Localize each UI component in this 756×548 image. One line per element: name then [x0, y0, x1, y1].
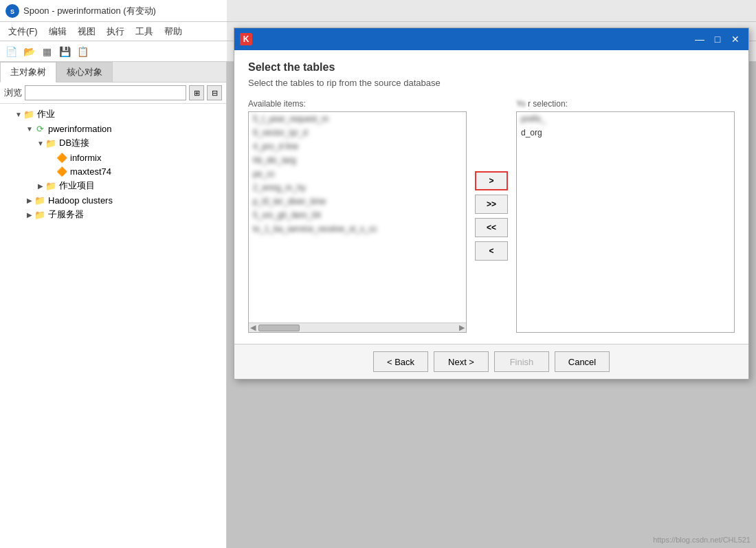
tree-item-pwerinformation[interactable]: ▼ ⟳ pwerinformation — [0, 122, 226, 135]
list-item[interactable]: to_1_ba_service_receive_st_s_cc — [249, 222, 466, 236]
tree-item-job[interactable]: ▼ 📁 作业 — [0, 107, 226, 122]
list-item[interactable]: 5_xm_gh_item_04 — [249, 208, 466, 222]
tree-item-subserver[interactable]: ▶ 📁 子服务器 — [0, 207, 226, 222]
dialog-controls: — □ ✕ — [692, 32, 743, 47]
scroll-thumb[interactable] — [258, 325, 300, 331]
toolbar-new[interactable]: 📄 — [3, 43, 19, 60]
folder-icon-job-project: 📁 — [45, 180, 56, 191]
tree-label-pwerinformation: pwerinformation — [48, 124, 112, 134]
list-item[interactable]: 2_emrg_m_hy — [249, 181, 466, 195]
menu-view[interactable]: 视图 — [72, 23, 101, 41]
toggle-job: ▼ — [14, 109, 23, 119]
app-title: Spoon - pwerinformation (有变动) — [23, 5, 156, 17]
list-item[interactable]: pe_cc — [249, 167, 466, 181]
selected-items-panel[interactable]: prefix_ d_org — [516, 111, 735, 333]
tab-core-obj[interactable]: 核心对象 — [56, 62, 113, 82]
table-icon-informix: 🔶 — [56, 152, 67, 163]
menu-run[interactable]: 执行 — [101, 23, 130, 41]
dialog-titlebar: K — □ ✕ — [234, 28, 748, 50]
menu-file[interactable]: 文件(F) — [3, 23, 43, 41]
tree-item-maxtest74[interactable]: 🔶 maxtest74 — [0, 164, 226, 178]
tree-label-subserver: 子服务器 — [48, 208, 84, 221]
tab-main-tree[interactable]: 主对象树 — [0, 62, 56, 83]
toolbar-save[interactable]: 💾 — [56, 43, 73, 60]
tree-item-dbconn[interactable]: ▼ 📁 DB连接 — [0, 135, 226, 151]
list-item-selected-prefix: prefix_ — [517, 112, 734, 126]
remove-all-btn[interactable]: << — [475, 218, 508, 237]
dialog-footer: < Back Next > Finish Cancel — [234, 344, 748, 379]
dialog-heading: Select the tables — [248, 61, 735, 74]
toolbar-copy[interactable]: 📋 — [74, 43, 91, 60]
sidebar-tabs: 主对象树 核心对象 — [0, 62, 226, 83]
remove-one-btn[interactable]: < — [475, 241, 508, 261]
sidebar: 主对象树 核心对象 浏览 ⊞ ⊟ ▼ 📁 作业 — [0, 62, 227, 548]
list-item[interactable]: 9_vector_tyr_d — [249, 126, 466, 140]
app-icon: S — [5, 4, 19, 18]
list-item[interactable]: 4_pro_d line — [249, 140, 466, 153]
spacer-maxtest74 — [47, 166, 56, 176]
folder-icon-hadoop: 📁 — [34, 195, 45, 206]
dialog-close-btn[interactable]: ✕ — [728, 32, 743, 47]
toggle-subserver: ▶ — [25, 210, 34, 219]
tree-label-job-project: 作业项目 — [59, 179, 95, 192]
tree-label-job: 作业 — [37, 108, 55, 120]
toolbar-grid[interactable]: ▦ — [38, 43, 55, 60]
browse-label: 浏览 — [4, 87, 22, 99]
spacer-informix — [47, 153, 56, 162]
available-scrollbar-h[interactable]: ◀ ▶ — [249, 322, 466, 332]
dialog-app-icon: K — [240, 33, 252, 45]
tree-label-dbconn: DB连接 — [59, 137, 89, 149]
sync-icon-pwerinformation: ⟳ — [34, 123, 45, 134]
search-input[interactable] — [25, 85, 186, 100]
cancel-button[interactable]: Cancel — [555, 351, 610, 372]
available-items-panel[interactable]: 5_t_year_request_m 9_vector_tyr_d 4_pro_… — [248, 111, 467, 333]
move-one-right-btn[interactable]: > — [475, 171, 508, 190]
sidebar-search-bar: 浏览 ⊞ ⊟ — [0, 83, 226, 104]
move-all-right-btn[interactable]: >> — [475, 195, 508, 214]
scroll-right-btn[interactable]: ▶ — [459, 323, 465, 332]
folder-icon-dbconn: 📁 — [45, 138, 56, 149]
app-window: S Spoon - pwerinformation (有变动) 文件(F) 编辑… — [0, 0, 756, 548]
tree-item-informix[interactable]: 🔶 informix — [0, 151, 226, 164]
selected-items-scroll[interactable]: prefix_ d_org — [517, 112, 734, 332]
toggle-dbconn: ▼ — [36, 138, 45, 148]
available-items-scroll[interactable]: 5_t_year_request_m 9_vector_tyr_d 4_pro_… — [249, 112, 466, 322]
tree-label-maxtest74: maxtest74 — [70, 166, 111, 177]
dialog-titlebar-left: K — [240, 33, 252, 45]
search-btn-2[interactable]: ⊟ — [207, 85, 222, 100]
menu-help[interactable]: 帮助 — [159, 23, 188, 41]
list-item[interactable]: hb_dic_targ — [249, 153, 466, 167]
next-button[interactable]: Next > — [434, 351, 489, 372]
table-icon-maxtest74: 🔶 — [56, 166, 67, 177]
dialog-minimize-btn[interactable]: — — [692, 32, 707, 47]
tree-label-informix: informix — [70, 153, 102, 163]
list-item[interactable]: p_t0_ter_diver_time — [249, 195, 466, 208]
folder-icon-subserver: 📁 — [34, 209, 45, 220]
watermark: https://blog.csdn.net/CHL521 — [653, 536, 751, 544]
dialog-maximize-btn[interactable]: □ — [710, 32, 725, 47]
list-item[interactable]: 5_t_year_request_m — [249, 112, 466, 126]
toggle-pwerinformation: ▼ — [25, 124, 34, 133]
tree-item-hadoop[interactable]: ▶ 📁 Hadoop clusters — [0, 193, 226, 207]
dialog-body: Select the tables Select the tables to r… — [234, 50, 748, 344]
sidebar-tree: ▼ 📁 作业 ▼ ⟳ pwerinformation ▼ — [0, 104, 226, 548]
back-button[interactable]: < Back — [373, 351, 428, 372]
folder-icon-job: 📁 — [23, 109, 34, 120]
toggle-job-project: ▶ — [36, 181, 45, 190]
toolbar-open[interactable]: 📂 — [21, 43, 37, 60]
tree-label-hadoop: Hadoop clusters — [48, 195, 113, 206]
svg-text:S: S — [10, 8, 14, 15]
modal-overlay: K — □ ✕ Select the tables Select the tab… — [227, 0, 756, 548]
available-label: Available items: — [248, 99, 467, 109]
menu-edit[interactable]: 编辑 — [43, 23, 72, 41]
background-area: K — □ ✕ Select the tables Select the tab… — [227, 62, 756, 548]
menu-tools[interactable]: 工具 — [130, 23, 159, 41]
finish-button[interactable]: Finish — [494, 351, 549, 372]
list-item-d-org[interactable]: d_org — [517, 126, 734, 140]
main-area: 主对象树 核心对象 浏览 ⊞ ⊟ ▼ 📁 作业 — [0, 62, 756, 548]
toggle-hadoop: ▶ — [25, 195, 34, 205]
tree-item-job-project[interactable]: ▶ 📁 作业项目 — [0, 178, 226, 193]
search-btn-1[interactable]: ⊞ — [189, 85, 204, 100]
selection-label: Yo r selection: — [516, 99, 735, 109]
scroll-left-btn[interactable]: ◀ — [250, 323, 256, 332]
